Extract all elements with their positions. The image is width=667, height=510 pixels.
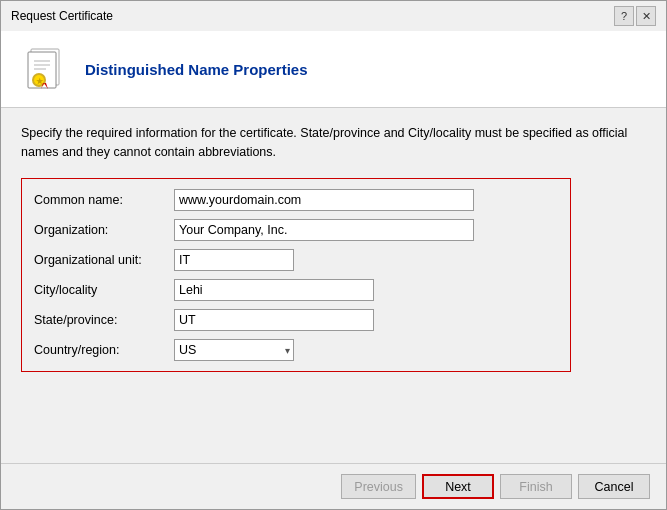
input-state[interactable] xyxy=(174,309,374,331)
label-country: Country/region: xyxy=(34,343,174,357)
header-section: ★ Distinguished Name Properties xyxy=(1,31,666,108)
svg-text:★: ★ xyxy=(36,77,44,86)
label-organization: Organization: xyxy=(34,223,174,237)
input-organization[interactable] xyxy=(174,219,474,241)
input-common-name[interactable] xyxy=(174,189,474,211)
label-common-name: Common name: xyxy=(34,193,174,207)
input-city[interactable] xyxy=(174,279,374,301)
form-area: Common name: Organization: Organizationa… xyxy=(21,178,571,372)
input-org-unit[interactable] xyxy=(174,249,294,271)
help-button[interactable]: ? xyxy=(614,6,634,26)
page-title: Distinguished Name Properties xyxy=(85,61,308,78)
close-button[interactable]: ✕ xyxy=(636,6,656,26)
input-country[interactable]: US CA GB AU DE FR JP CN xyxy=(174,339,294,361)
form-row-state: State/province: xyxy=(34,309,558,331)
title-bar-left: Request Certificate xyxy=(11,9,113,23)
label-state: State/province: xyxy=(34,313,174,327)
cancel-button[interactable]: Cancel xyxy=(578,474,650,499)
form-row-org-unit: Organizational unit: xyxy=(34,249,558,271)
finish-button[interactable]: Finish xyxy=(500,474,572,499)
label-org-unit: Organizational unit: xyxy=(34,253,174,267)
footer: Previous Next Finish Cancel xyxy=(1,463,666,509)
form-row-organization: Organization: xyxy=(34,219,558,241)
form-row-country: Country/region: US CA GB AU DE FR JP CN … xyxy=(34,339,558,361)
description-text: Specify the required information for the… xyxy=(21,124,646,162)
label-city: City/locality xyxy=(34,283,174,297)
previous-button[interactable]: Previous xyxy=(341,474,416,499)
country-select-wrapper: US CA GB AU DE FR JP CN ▾ xyxy=(174,339,294,361)
form-row-common-name: Common name: xyxy=(34,189,558,211)
content-area: Specify the required information for the… xyxy=(1,108,666,463)
form-row-city: City/locality xyxy=(34,279,558,301)
title-bar-right: ? ✕ xyxy=(614,6,656,26)
next-button[interactable]: Next xyxy=(422,474,494,499)
title-bar: Request Certificate ? ✕ xyxy=(1,1,666,31)
window-title: Request Certificate xyxy=(11,9,113,23)
dialog-window: Request Certificate ? ✕ ★ xyxy=(0,0,667,510)
certificate-icon: ★ xyxy=(21,45,69,93)
